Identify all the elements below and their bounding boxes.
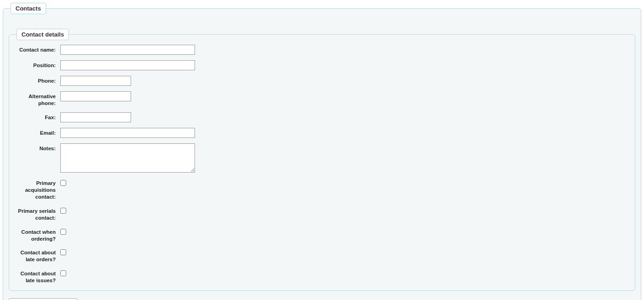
row-primary-acq: Primary acquisitions contact: [15, 178, 629, 200]
label-contact-late-issues: Contact about late issues? [15, 268, 60, 284]
input-alt-phone[interactable] [60, 91, 131, 101]
textarea-notes[interactable] [60, 143, 195, 173]
checkbox-contact-late-issues[interactable] [60, 270, 66, 276]
row-contact-late-orders: Contact about late orders? [15, 247, 629, 263]
row-notes: Notes: [15, 143, 629, 173]
contact-details-fieldset: Contact details Contact name: Position: … [9, 29, 635, 291]
row-email: Email: [15, 128, 629, 138]
contacts-fieldset: Contacts Contact details Contact name: P… [3, 3, 641, 300]
row-contact-late-issues: Contact about late issues? [15, 268, 629, 284]
contact-details-legend: Contact details [16, 29, 69, 40]
label-alt-phone: Alternative phone: [15, 91, 60, 107]
label-primary-serials: Primary serials contact: [15, 206, 60, 221]
label-contact-name: Contact name: [15, 45, 60, 53]
checkbox-primary-acq[interactable] [60, 180, 66, 186]
label-phone: Phone: [15, 76, 60, 84]
label-contact-late-orders: Contact about late orders? [15, 247, 60, 263]
row-fax: Fax: [15, 112, 629, 122]
input-position[interactable] [60, 60, 195, 70]
label-contact-ordering: Contact when ordering? [15, 227, 60, 242]
label-email: Email: [15, 128, 60, 137]
row-position: Position: [15, 60, 629, 70]
contacts-legend: Contacts [11, 3, 46, 14]
label-position: Position: [15, 60, 60, 69]
label-fax: Fax: [15, 112, 60, 121]
row-alt-phone: Alternative phone: [15, 91, 629, 107]
checkbox-contact-ordering[interactable] [60, 229, 66, 235]
input-phone[interactable] [60, 76, 131, 86]
label-primary-acq: Primary acquisitions contact: [15, 178, 60, 200]
checkbox-contact-late-orders[interactable] [60, 249, 66, 255]
row-primary-serials: Primary serials contact: [15, 206, 629, 221]
row-contact-name: Contact name: [15, 45, 629, 55]
input-fax[interactable] [60, 112, 131, 122]
add-another-contact-button[interactable]: ＋ Add another contact [9, 298, 78, 300]
row-contact-ordering: Contact when ordering? [15, 227, 629, 242]
input-email[interactable] [60, 128, 195, 138]
checkbox-primary-serials[interactable] [60, 208, 66, 214]
input-contact-name[interactable] [60, 45, 195, 55]
row-phone: Phone: [15, 76, 629, 86]
label-notes: Notes: [15, 143, 60, 152]
